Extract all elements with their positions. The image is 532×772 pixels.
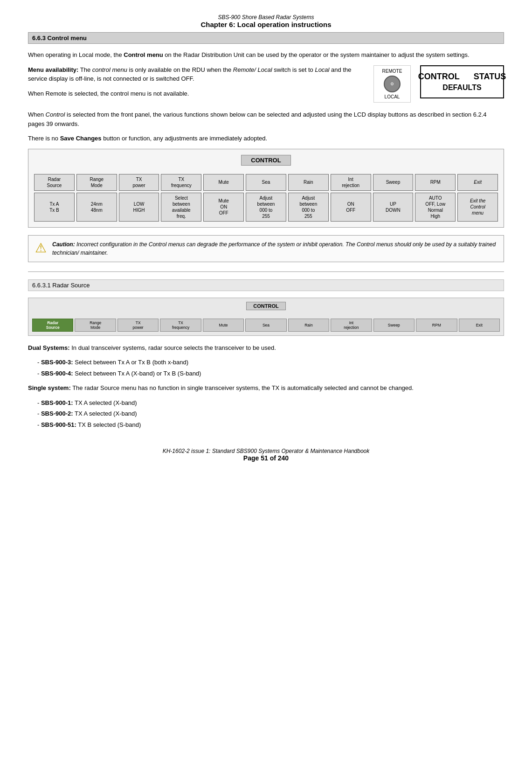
- control-btn: LOW HIGH: [119, 193, 159, 222]
- small-control-btn: Sea: [245, 319, 286, 332]
- control-btn: Tx A Tx B: [34, 193, 75, 222]
- small-btn-grid: Radar SourceRange ModeTX powerTX frequen…: [32, 319, 500, 332]
- small-control-btn: Int rejection: [331, 319, 372, 332]
- dual-systems-text: In dual transceiver systems, radar sourc…: [70, 344, 276, 351]
- caution-box: ⚠ Caution: Incorrect configuration in th…: [28, 235, 504, 262]
- list-item: SBS-900-51: TX B selected (S-band): [37, 420, 504, 430]
- small-control-btn: Radar Source: [32, 319, 73, 332]
- section-6631-label: 6.6.3.1 Radar Source: [32, 282, 90, 289]
- dual-systems-label: Dual Systems:: [28, 344, 70, 351]
- control-btn: 24nm 48nm: [76, 193, 117, 222]
- status-label: STATUS: [474, 71, 506, 83]
- remote-local-knob: ⚙: [384, 76, 401, 92]
- chapter-bold: Chapter 6: [200, 21, 233, 28]
- control-btn: TX power: [119, 174, 159, 191]
- control-btn: Adjust between 000 to 255: [246, 193, 286, 222]
- small-control-title: CONTROL: [246, 302, 285, 310]
- small-control-btn: Rain: [288, 319, 329, 332]
- menu-avail-t3: switch is set to: [272, 66, 315, 73]
- list-item: SBS-900-2: TX A selected (X-band): [37, 409, 504, 418]
- remote-text: When Remote is selected, the control men…: [28, 89, 364, 98]
- single-system-list: SBS-900-1: TX A selected (X-band)SBS-900…: [28, 398, 504, 430]
- list-item: SBS-900-3: Select between Tx A or Tx B (…: [37, 358, 504, 367]
- control-label: CONTROL: [418, 71, 460, 83]
- list-item: SBS-900-1: TX A selected (X-band): [37, 398, 504, 408]
- control-btn: Adjust between 000 to 255: [288, 193, 329, 222]
- menu-avail-label: Menu availability:: [28, 66, 78, 73]
- section-663-label: 6.6.3 Control menu: [32, 35, 87, 42]
- small-control-diagram: CONTROL Radar SourceRange ModeTX powerTX…: [28, 298, 504, 336]
- defaults-label: DEFAULTS: [442, 83, 481, 93]
- small-control-btn: Range Mode: [75, 319, 116, 332]
- menu-availability-block: Menu availability: The control menu is o…: [28, 65, 504, 104]
- control-diagram-title-row: CONTROL: [34, 155, 498, 170]
- control-diagram-main: CONTROL Radar SourceRange ModeTX powerTX…: [28, 149, 504, 228]
- control-btn: Sweep: [373, 174, 414, 191]
- chapter-rest: : Local operation instructions: [233, 21, 332, 28]
- menu-availability-text: Menu availability: The control menu is o…: [28, 65, 364, 104]
- small-control-btn: Mute: [203, 319, 244, 332]
- small-control-btn: RPM: [416, 319, 457, 332]
- single-system-text: The radar Source menu has no function in…: [71, 384, 414, 391]
- dual-systems-list: SBS-900-3: Select between Tx A or Tx B (…: [28, 358, 504, 378]
- small-control-btn: Exit: [459, 319, 500, 332]
- small-control-btn: Sweep: [373, 319, 415, 332]
- control-btn: Sea: [246, 174, 286, 191]
- menu-avail-italic: control menu: [92, 66, 127, 73]
- control-status-widget: CONTROL STATUS DEFAULTS: [420, 65, 504, 99]
- menu-avail-t1: The: [78, 66, 92, 73]
- local-italic: Local: [315, 66, 329, 73]
- dual-systems-block: Dual Systems: In dual transceiver system…: [28, 343, 504, 353]
- control-btn: TX frequency: [161, 174, 201, 191]
- small-control-btn: TX power: [117, 319, 159, 332]
- remote-local-italic: Remote/ Local: [233, 66, 272, 73]
- page-header: SBS-900 Shore Based Radar Systems Chapte…: [28, 14, 504, 28]
- control-btn: Rain: [288, 174, 329, 191]
- control-btn: Select between available freq.: [161, 193, 201, 222]
- p3-start: There is no: [28, 135, 60, 142]
- warning-icon: ⚠: [35, 240, 47, 256]
- control-btn-grid-row2: Tx A Tx B24nm 48nmLOW HIGHSelect between…: [34, 193, 498, 222]
- p3-bold: Save Changes: [60, 135, 102, 142]
- paragraph-1: When operating in Local mode, the Contro…: [28, 50, 504, 60]
- caution-body: Incorrect configuration in the Control m…: [52, 241, 496, 256]
- list-item: SBS-900-4: Select between Tx A (X-band) …: [37, 369, 504, 378]
- p1-rest: on the Radar Distribution Unit can be us…: [163, 51, 470, 58]
- single-system-label: Single system:: [28, 384, 71, 391]
- control-btn-grid-row1: Radar SourceRange ModeTX powerTX frequen…: [34, 174, 498, 191]
- control-btn: UP DOWN: [373, 193, 414, 222]
- p1-bold: Control menu: [124, 51, 163, 58]
- control-diagram-title: CONTROL: [241, 155, 290, 166]
- section-6631-heading: 6.6.3.1 Radar Source: [28, 279, 504, 291]
- single-system-block: Single system: The radar Source menu has…: [28, 383, 504, 393]
- p2-start: When: [28, 111, 46, 118]
- control-btn: ON OFF: [331, 193, 371, 222]
- control-status-row1: CONTROL STATUS: [418, 71, 506, 83]
- control-btn: RPM: [415, 174, 456, 191]
- small-control-title-row: CONTROL: [32, 302, 500, 315]
- caution-label: Caution:: [52, 241, 75, 248]
- p2-rest: is selected from the front panel, the va…: [28, 111, 487, 127]
- control-btn: Range Mode: [76, 174, 117, 191]
- remote-local-widget: REMOTE ⚙ LOCAL: [373, 65, 411, 103]
- control-btn: Exit the Control menu: [457, 193, 498, 222]
- page-footer: KH-1602-2 issue 1: Standard SBS900 Syste…: [28, 448, 504, 462]
- p3-rest: button or function, any adjustments are …: [102, 135, 268, 142]
- control-btn: Int rejection: [331, 174, 371, 191]
- header-subtitle: SBS-900 Shore Based Radar Systems: [28, 14, 504, 21]
- local-label: LOCAL: [385, 94, 400, 99]
- control-btn: Mute: [203, 174, 244, 191]
- p2-italic: Control: [46, 111, 65, 118]
- section-divider: [28, 271, 504, 272]
- section-663-heading: 6.6.3 Control menu: [28, 32, 504, 44]
- remote-label: REMOTE: [382, 69, 402, 74]
- control-btn: Exit: [457, 174, 498, 191]
- menu-avail-para: Menu availability: The control menu is o…: [28, 65, 364, 83]
- paragraph-3: There is no Save Changes button or funct…: [28, 134, 504, 143]
- caution-text: Caution: Incorrect configuration in the …: [52, 240, 497, 257]
- control-btn: Mute ON OFF: [203, 193, 244, 222]
- menu-avail-t2: is only available on the RDU when the: [127, 66, 233, 73]
- control-btn: Radar Source: [34, 174, 75, 191]
- paragraph-2: When Control is selected from the front …: [28, 110, 504, 128]
- footer-page-num: Page 51 of 240: [28, 454, 504, 462]
